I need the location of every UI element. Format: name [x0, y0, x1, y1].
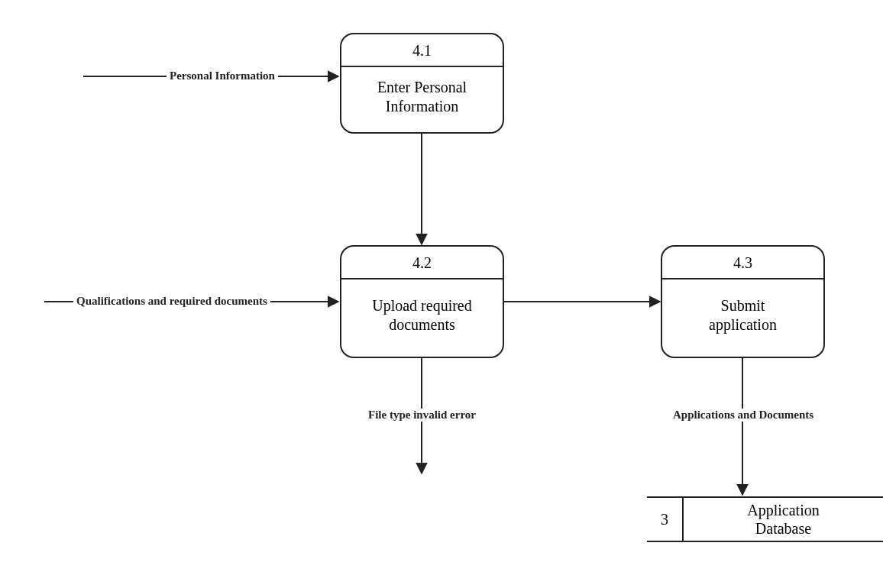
process-4-1-title-l1: Enter Personal [377, 79, 467, 95]
process-4-2-title: Upload required documents [341, 279, 503, 345]
process-4-2-title-l1: Upload required [372, 297, 472, 314]
process-4-3-id: 4.3 [662, 247, 823, 279]
datastore-3-name-l2: Database [755, 520, 811, 537]
process-4-2-title-l2: documents [389, 316, 455, 333]
process-4-1-id: 4.1 [341, 34, 503, 67]
process-4-1: 4.1 Enter Personal Information [340, 33, 504, 134]
datastore-3-name: Application Database [684, 498, 883, 541]
process-4-1-title-l2: Information [386, 98, 459, 115]
process-4-3-title-l2: application [709, 316, 777, 333]
datastore-3: 3 Application Database [647, 496, 883, 542]
process-4-3: 4.3 Submit application [661, 245, 825, 358]
datastore-3-id: 3 [647, 498, 684, 541]
label-file-error: File type invalid error [365, 409, 479, 422]
datastore-3-name-l1: Application [747, 502, 819, 519]
label-apps-docs: Applications and Documents [670, 409, 817, 422]
process-4-2: 4.2 Upload required documents [340, 245, 504, 358]
label-personal-information: Personal Information [167, 69, 278, 82]
process-4-3-title-l1: Submit [721, 297, 765, 314]
process-4-2-id: 4.2 [341, 247, 503, 279]
label-qualifications: Qualifications and required documents [73, 295, 270, 308]
process-4-3-title: Submit application [662, 279, 823, 345]
diagram-canvas: 4.1 Enter Personal Information 4.2 Uploa… [0, 0, 883, 588]
process-4-1-title: Enter Personal Information [341, 67, 503, 127]
